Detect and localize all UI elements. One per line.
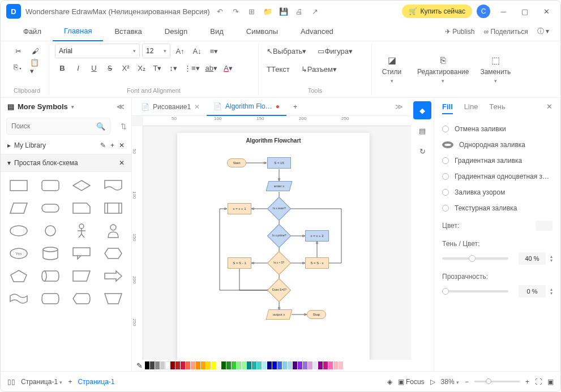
node-ss1[interactable]: S = S - 1	[228, 257, 251, 269]
text-tool[interactable]: T Текст	[264, 62, 292, 76]
tab-line[interactable]: Line	[464, 102, 478, 114]
close-panel-icon[interactable]: ✕	[546, 102, 553, 114]
layers-icon[interactable]: ◈	[387, 378, 392, 386]
add-page-button[interactable]: +	[68, 378, 72, 386]
tab-drawing1[interactable]: 📄 Рисование1 ✕	[134, 98, 207, 116]
minimize-button[interactable]: ─	[495, 3, 512, 20]
font-select[interactable]: Arial▾	[55, 44, 140, 58]
shape-wave[interactable]	[5, 290, 32, 308]
node-prime[interactable]: Is x prime?	[267, 224, 291, 248]
fullscreen-icon[interactable]: ▣	[547, 378, 554, 386]
shape-display[interactable]	[68, 290, 96, 308]
color-swatch[interactable]	[536, 221, 553, 231]
transparency-stepper[interactable]: ▴▾	[550, 287, 553, 295]
search-icon[interactable]: 🔍	[96, 122, 105, 131]
menu-advanced[interactable]: Advanced	[289, 22, 345, 41]
font-grow-icon[interactable]: A↑	[173, 44, 187, 58]
tab-algorithm[interactable]: 📄 Algorithm Flo… ●	[207, 98, 286, 116]
shape-terminator[interactable]	[37, 199, 64, 217]
transparency-value[interactable]: 0 %	[519, 285, 546, 298]
shape-user[interactable]	[100, 222, 127, 240]
my-library-section[interactable]: ▸ My Library✎+✕	[1, 137, 131, 154]
align-icon[interactable]: ≡▾	[207, 44, 221, 58]
sort-icon[interactable]: ⇅	[116, 122, 131, 131]
fill-texture[interactable]: Текстурная заливка	[442, 200, 553, 216]
zoom-slider[interactable]	[474, 381, 520, 382]
shape-person[interactable]	[68, 222, 96, 240]
print-icon[interactable]: 🖨	[294, 6, 305, 17]
shape-circle[interactable]	[37, 222, 64, 240]
node-stop[interactable]: Stop	[307, 310, 326, 319]
menu-design[interactable]: Design	[153, 22, 199, 41]
symbols-header[interactable]: ▤ More Symbols ▾≪	[1, 98, 131, 115]
shape-diamond[interactable]	[68, 176, 96, 195]
canvas[interactable]: 50100150200250 50100150200250 Algorithm …	[132, 116, 411, 360]
fill-pattern[interactable]: Заливка узором	[442, 184, 553, 200]
user-avatar[interactable]: C	[477, 5, 490, 18]
node-does[interactable]: Does S=0?	[267, 278, 291, 302]
strike-icon[interactable]: S̶	[102, 61, 117, 75]
shape-predefined[interactable]	[100, 199, 127, 217]
node-xx1[interactable]: x = x + 1	[228, 203, 251, 214]
new-icon[interactable]: ⊞	[246, 6, 258, 17]
active-page[interactable]: Страница-1	[78, 378, 114, 386]
shade-value[interactable]: 40 %	[519, 252, 546, 265]
shape-manual[interactable]	[100, 290, 127, 308]
close-tab-icon[interactable]: ✕	[194, 103, 200, 111]
shape-storage[interactable]	[37, 290, 64, 308]
editing-button[interactable]: ⎘Редактирование▾	[412, 44, 474, 95]
page-panel-icon[interactable]: ▤	[413, 122, 431, 140]
edit-lib-icon[interactable]: ✎	[100, 141, 106, 149]
present-icon[interactable]: ▷	[430, 378, 435, 386]
page-nav-icon[interactable]: ▯▯	[7, 378, 15, 386]
transparency-slider[interactable]	[442, 290, 508, 292]
spacing-icon[interactable]: ↕▾	[166, 61, 181, 75]
shape-card[interactable]	[68, 199, 96, 217]
node-lt5[interactable]: Is x < 5?	[267, 251, 291, 275]
italic-icon[interactable]: I	[71, 61, 85, 75]
node-outx[interactable]: output x	[266, 309, 293, 320]
buy-now-button[interactable]: 🛒 Купить сейчас	[402, 5, 472, 18]
shape-arrow-right[interactable]	[100, 267, 127, 285]
shape-tool[interactable]: ▭ Фигура ▾	[315, 44, 355, 58]
export-icon[interactable]: ↗	[310, 6, 321, 17]
menu-file[interactable]: Файл	[12, 22, 53, 41]
shape-document[interactable]	[100, 176, 127, 195]
history-panel-icon[interactable]: ↻	[413, 142, 431, 160]
menu-insert[interactable]: Вставка	[103, 22, 153, 41]
replace-button[interactable]: ⬚Заменить▾	[474, 44, 516, 95]
symbol-search[interactable]: 🔍	[6, 118, 110, 135]
shape-cylinder-h[interactable]	[37, 267, 64, 285]
maximize-button[interactable]: ▢	[516, 3, 533, 20]
menu-home[interactable]: Главная	[53, 22, 103, 41]
zoom-out-button[interactable]: −	[465, 378, 469, 386]
tab-fill[interactable]: Fill	[442, 102, 453, 114]
node-s15[interactable]: S = 15	[267, 157, 291, 169]
list-icon[interactable]: ⋮≡▾	[182, 61, 202, 75]
flowchart-section[interactable]: ▾ Простая блок-схема✕	[1, 154, 131, 172]
node-xx2[interactable]: x = x + 2	[305, 230, 329, 242]
styles-button[interactable]: ◪Стили▾	[372, 44, 412, 95]
font-shrink-icon[interactable]: A↓	[190, 44, 204, 58]
redo-icon[interactable]: ↷	[230, 6, 242, 17]
connector-tool[interactable]: ↳ Разъем ▾	[299, 62, 339, 76]
subscript-icon[interactable]: X₂	[134, 61, 149, 75]
collapse-left-icon[interactable]: ≪	[117, 102, 125, 111]
shape-ellipse[interactable]	[5, 222, 32, 240]
open-icon[interactable]: 📁	[262, 6, 273, 17]
close-button[interactable]: ✕	[538, 3, 555, 20]
close-section-icon[interactable]: ✕	[119, 159, 125, 167]
underline-icon[interactable]: U	[87, 61, 101, 75]
bold-icon[interactable]: B	[55, 61, 70, 75]
copy-icon[interactable]: ⎘▾	[11, 59, 25, 74]
paste-icon[interactable]: 📋▾	[28, 59, 43, 74]
format-painter-icon[interactable]: 🖌	[28, 44, 43, 58]
publish-button[interactable]: ✈ Publish	[445, 28, 475, 36]
cut-icon[interactable]: ✂	[11, 44, 26, 58]
highlight-icon[interactable]: ab▾	[203, 61, 220, 75]
share-button[interactable]: ∞ Поделиться	[484, 28, 528, 36]
add-tab-button[interactable]: +	[286, 98, 304, 116]
fill-solid[interactable]: Однородная заливка	[442, 137, 553, 153]
font-color-icon[interactable]: A▾	[221, 61, 235, 75]
shape-hexagon[interactable]	[100, 244, 127, 262]
